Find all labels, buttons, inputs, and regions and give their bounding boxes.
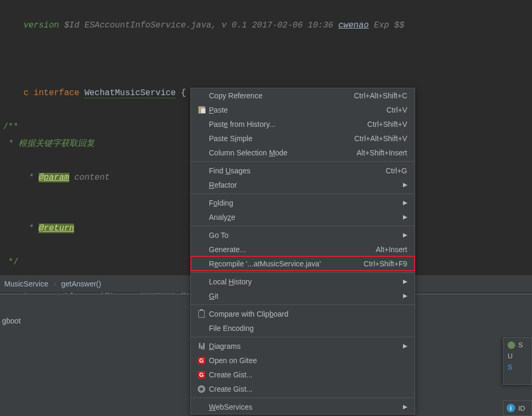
menu-label: Analyze (209, 213, 397, 221)
shortcut: Ctrl+Shift+V (368, 120, 407, 128)
class-name: WechatMusicService (85, 88, 176, 98)
menu-local-history[interactable]: Local History ▶ (191, 274, 415, 289)
notification-title: S (518, 341, 523, 349)
shortcut: Ctrl+Alt+Shift+C (354, 91, 407, 100)
menu-label: Paste from History... (209, 120, 361, 128)
notification-link[interactable]: S (508, 363, 512, 371)
menu-label: Refactor (209, 181, 397, 189)
menu-label: Create Gist... (209, 371, 407, 379)
shortcut: Ctrl+Shift+F9 (364, 260, 407, 268)
chevron-right-icon: ▶ (403, 278, 407, 285)
github-icon: ◉ (196, 385, 207, 393)
param-var: content (69, 173, 110, 182)
menu-paste-history[interactable]: Paste from History... Ctrl+Shift+V (191, 117, 415, 131)
menu-label: WebServices (209, 403, 397, 411)
menu-separator (191, 304, 415, 305)
status-bar: i ID (503, 400, 532, 416)
menu-separator (191, 226, 415, 226)
breadcrumb-item[interactable]: getAnswer() (61, 280, 101, 288)
menu-compare-clipboard[interactable]: Compare with Clipboard (191, 307, 415, 321)
menu-separator (191, 161, 415, 162)
menu-copy-reference[interactable]: Copy Reference Ctrl+Alt+Shift+C (191, 88, 415, 103)
javadoc-prefix: * (23, 173, 39, 182)
breadcrumb-separator: › (53, 280, 56, 288)
shortcut: Alt+Insert (375, 245, 407, 254)
author-link: cwenao (338, 21, 369, 30)
paste-icon (196, 106, 207, 114)
keyword: c (23, 88, 33, 98)
menu-label: Paste Simple (209, 134, 348, 143)
keyword: interface (34, 88, 85, 98)
chevron-right-icon: ▶ (403, 181, 407, 188)
code-text: version (23, 21, 59, 30)
param-tag: @param (39, 173, 69, 182)
brace: { (176, 88, 186, 98)
notification-text: U (508, 352, 512, 360)
menu-label: File Encoding (209, 324, 407, 332)
chevron-right-icon: ▶ (403, 199, 407, 206)
notification-panel: S U S (503, 337, 532, 385)
menu-label: Recompile '...atMusicService.java' (209, 260, 357, 268)
menu-refactor[interactable]: Refactor ▶ (191, 178, 415, 192)
menu-separator (191, 193, 415, 194)
gitee-icon: G (196, 371, 207, 378)
menu-separator (191, 272, 415, 273)
menu-label: Git (209, 292, 397, 300)
menu-paste[interactable]: Paste Ctrl+V (191, 103, 415, 117)
breadcrumb-item[interactable]: MusicService (4, 280, 48, 288)
menu-create-gist-gitee[interactable]: G Create Gist... (191, 367, 415, 382)
menu-git[interactable]: Git ▶ (191, 289, 415, 303)
menu-label: Find Usages (209, 167, 379, 175)
spring-icon (508, 341, 515, 349)
gitee-icon: G (196, 357, 207, 364)
menu-separator (191, 397, 415, 398)
clipboard-icon (196, 310, 207, 318)
menu-label: Paste (209, 106, 380, 114)
menu-analyze[interactable]: Analyze ▶ (191, 210, 415, 224)
code-comment: Exp $$ (369, 21, 404, 30)
menu-find-usages[interactable]: Find Usages Ctrl+G (191, 163, 415, 178)
menu-file-encoding[interactable]: File Encoding (191, 321, 415, 335)
return-tag: @return (39, 224, 74, 233)
menu-label: Go To (209, 231, 397, 239)
diagram-icon (196, 343, 207, 349)
chevron-right-icon: ▶ (403, 403, 407, 410)
menu-paste-simple[interactable]: Paste Simple Ctrl+Alt+Shift+V (191, 131, 415, 145)
menu-webservices[interactable]: WebServices ▶ (191, 400, 415, 414)
context-menu: Copy Reference Ctrl+Alt+Shift+C Paste Ct… (190, 88, 415, 414)
chevron-right-icon: ▶ (403, 214, 407, 220)
menu-diagrams[interactable]: Diagrams ▶ (191, 339, 415, 353)
chevron-right-icon: ▶ (403, 292, 407, 299)
menu-label: Compare with Clipboard (209, 310, 407, 318)
chevron-right-icon: ▶ (403, 343, 407, 349)
shortcut: Ctrl+Alt+Shift+V (354, 134, 407, 143)
chevron-right-icon: ▶ (403, 232, 407, 238)
menu-label: Column Selection Mode (209, 149, 350, 157)
menu-recompile[interactable]: Recompile '...atMusicService.java' Ctrl+… (191, 256, 415, 271)
menu-label: Generate... (209, 245, 369, 254)
code-comment: $Id ESAccountInfoService.java, v 0.1 201… (59, 21, 338, 30)
shortcut: Ctrl+G (386, 167, 407, 175)
menu-folding[interactable]: Folding ▶ (191, 196, 415, 210)
status-text: ID (518, 404, 525, 412)
menu-label: Open on Gitee (209, 356, 407, 365)
info-icon: i (507, 404, 515, 412)
menu-create-gist-github[interactable]: ◉ Create Gist... (191, 382, 415, 396)
menu-label: Copy Reference (209, 91, 347, 100)
shortcut: Ctrl+V (387, 106, 407, 114)
menu-generate[interactable]: Generate... Alt+Insert (191, 242, 415, 256)
menu-label: Local History (209, 278, 397, 286)
shortcut: Alt+Shift+Insert (356, 149, 407, 157)
menu-label: Folding (209, 199, 397, 207)
javadoc-prefix: * (23, 224, 39, 233)
menu-separator (191, 337, 415, 337)
menu-label: Diagrams (209, 342, 397, 350)
menu-go-to[interactable]: Go To ▶ (191, 228, 415, 242)
menu-label: Create Gist... (209, 385, 407, 393)
menu-open-gitee[interactable]: G Open on Gitee (191, 353, 415, 367)
menu-column-selection[interactable]: Column Selection Mode Alt+Shift+Insert (191, 145, 415, 160)
